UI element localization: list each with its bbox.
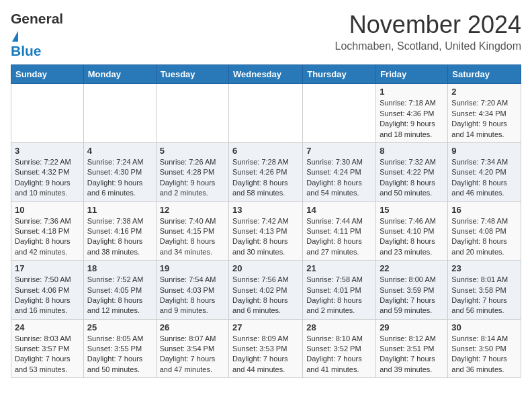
day-cell: 27Sunrise: 8:09 AM Sunset: 3:53 PM Dayli… — [229, 319, 303, 378]
day-info: Sunrise: 7:48 AM Sunset: 4:08 PM Dayligh… — [451, 216, 517, 258]
day-info: Sunrise: 8:03 AM Sunset: 3:57 PM Dayligh… — [15, 334, 80, 375]
day-cell: 16Sunrise: 7:48 AM Sunset: 4:08 PM Dayli… — [448, 201, 521, 261]
day-number: 4 — [87, 146, 152, 156]
day-info: Sunrise: 8:07 AM Sunset: 3:54 PM Dayligh… — [160, 334, 225, 375]
day-number: 26 — [160, 322, 225, 332]
day-cell: 29Sunrise: 8:12 AM Sunset: 3:51 PM Dayli… — [376, 319, 448, 378]
day-info: Sunrise: 7:56 AM Sunset: 4:02 PM Dayligh… — [232, 275, 299, 316]
weekday-header-sunday: Sunday — [11, 65, 84, 84]
day-cell: 26Sunrise: 8:07 AM Sunset: 3:54 PM Dayli… — [156, 319, 228, 378]
weekday-header-row: SundayMondayTuesdayWednesdayThursdayFrid… — [11, 65, 521, 84]
logo: General Blue — [11, 11, 71, 59]
day-number: 28 — [306, 322, 372, 332]
day-cell: 6Sunrise: 7:28 AM Sunset: 4:26 PM Daylig… — [229, 142, 303, 201]
day-info: Sunrise: 7:38 AM Sunset: 4:16 PM Dayligh… — [87, 216, 152, 258]
day-info: Sunrise: 7:50 AM Sunset: 4:06 PM Dayligh… — [15, 275, 80, 316]
day-number: 25 — [87, 322, 152, 332]
day-number: 1 — [380, 87, 444, 97]
day-cell: 21Sunrise: 7:58 AM Sunset: 4:01 PM Dayli… — [303, 261, 376, 320]
day-cell: 3Sunrise: 7:22 AM Sunset: 4:32 PM Daylig… — [11, 142, 84, 201]
weekday-header-tuesday: Tuesday — [156, 65, 228, 84]
day-info: Sunrise: 8:10 AM Sunset: 3:52 PM Dayligh… — [306, 334, 372, 375]
day-cell: 30Sunrise: 8:14 AM Sunset: 3:50 PM Dayli… — [448, 319, 521, 378]
day-cell: 14Sunrise: 7:44 AM Sunset: 4:11 PM Dayli… — [303, 201, 376, 261]
day-info: Sunrise: 7:28 AM Sunset: 4:26 PM Dayligh… — [232, 157, 299, 199]
day-number: 8 — [380, 146, 444, 156]
weekday-header-wednesday: Wednesday — [229, 65, 303, 84]
weekday-header-thursday: Thursday — [303, 65, 376, 84]
day-info: Sunrise: 7:34 AM Sunset: 4:20 PM Dayligh… — [451, 157, 517, 199]
day-info: Sunrise: 7:32 AM Sunset: 4:22 PM Dayligh… — [380, 157, 444, 199]
day-info: Sunrise: 7:20 AM Sunset: 4:34 PM Dayligh… — [451, 98, 517, 140]
day-cell: 22Sunrise: 8:00 AM Sunset: 3:59 PM Dayli… — [376, 261, 448, 320]
day-cell: 15Sunrise: 7:46 AM Sunset: 4:10 PM Dayli… — [376, 201, 448, 261]
page-header: General Blue November 2024 Lochmaben, Sc… — [11, 11, 521, 59]
day-info: Sunrise: 7:46 AM Sunset: 4:10 PM Dayligh… — [380, 216, 444, 258]
day-info: Sunrise: 8:12 AM Sunset: 3:51 PM Dayligh… — [380, 334, 444, 375]
day-info: Sunrise: 8:05 AM Sunset: 3:55 PM Dayligh… — [87, 334, 152, 375]
day-info: Sunrise: 7:44 AM Sunset: 4:11 PM Dayligh… — [306, 216, 372, 258]
week-row-1: 1Sunrise: 7:18 AM Sunset: 4:36 PM Daylig… — [11, 84, 521, 143]
day-info: Sunrise: 7:18 AM Sunset: 4:36 PM Dayligh… — [380, 98, 444, 140]
day-number: 14 — [306, 205, 372, 215]
day-number: 20 — [232, 263, 299, 273]
day-info: Sunrise: 7:24 AM Sunset: 4:30 PM Dayligh… — [87, 157, 152, 199]
day-cell — [83, 84, 156, 143]
day-cell: 19Sunrise: 7:54 AM Sunset: 4:03 PM Dayli… — [156, 261, 228, 320]
day-number: 29 — [380, 322, 444, 332]
day-number: 23 — [451, 263, 517, 273]
month-title: November 2024 — [335, 11, 521, 39]
day-number: 13 — [232, 205, 299, 215]
day-cell: 18Sunrise: 7:52 AM Sunset: 4:05 PM Dayli… — [83, 261, 156, 320]
day-number: 24 — [15, 322, 80, 332]
day-number: 16 — [451, 205, 517, 215]
title-block: November 2024 Lochmaben, Scotland, Unite… — [335, 11, 521, 52]
week-row-4: 17Sunrise: 7:50 AM Sunset: 4:06 PM Dayli… — [11, 261, 521, 320]
day-cell — [303, 84, 376, 143]
weekday-header-saturday: Saturday — [448, 65, 521, 84]
day-cell — [229, 84, 303, 143]
day-cell: 25Sunrise: 8:05 AM Sunset: 3:55 PM Dayli… — [83, 319, 156, 378]
day-cell: 24Sunrise: 8:03 AM Sunset: 3:57 PM Dayli… — [11, 319, 84, 378]
day-number: 27 — [232, 322, 299, 332]
day-cell: 20Sunrise: 7:56 AM Sunset: 4:02 PM Dayli… — [229, 261, 303, 320]
day-number: 11 — [87, 205, 152, 215]
day-number: 30 — [451, 322, 517, 332]
week-row-2: 3Sunrise: 7:22 AM Sunset: 4:32 PM Daylig… — [11, 142, 521, 201]
logo-line1: General — [11, 11, 71, 43]
day-cell: 5Sunrise: 7:26 AM Sunset: 4:28 PM Daylig… — [156, 142, 228, 201]
week-row-3: 10Sunrise: 7:36 AM Sunset: 4:18 PM Dayli… — [11, 201, 521, 261]
day-cell: 12Sunrise: 7:40 AM Sunset: 4:15 PM Dayli… — [156, 201, 228, 261]
day-cell: 13Sunrise: 7:42 AM Sunset: 4:13 PM Dayli… — [229, 201, 303, 261]
location-title: Lochmaben, Scotland, United Kingdom — [335, 40, 521, 52]
day-info: Sunrise: 8:14 AM Sunset: 3:50 PM Dayligh… — [451, 334, 517, 375]
day-cell: 9Sunrise: 7:34 AM Sunset: 4:20 PM Daylig… — [448, 142, 521, 201]
day-cell: 7Sunrise: 7:30 AM Sunset: 4:24 PM Daylig… — [303, 142, 376, 201]
week-row-5: 24Sunrise: 8:03 AM Sunset: 3:57 PM Dayli… — [11, 319, 521, 378]
day-number: 12 — [160, 205, 225, 215]
logo-line2: Blue — [11, 43, 71, 59]
day-cell: 23Sunrise: 8:01 AM Sunset: 3:58 PM Dayli… — [448, 261, 521, 320]
day-info: Sunrise: 8:01 AM Sunset: 3:58 PM Dayligh… — [451, 275, 517, 316]
day-number: 21 — [306, 263, 372, 273]
day-cell: 2Sunrise: 7:20 AM Sunset: 4:34 PM Daylig… — [448, 84, 521, 143]
day-info: Sunrise: 7:52 AM Sunset: 4:05 PM Dayligh… — [87, 275, 152, 316]
day-number: 18 — [87, 263, 152, 273]
day-info: Sunrise: 7:58 AM Sunset: 4:01 PM Dayligh… — [306, 275, 372, 316]
day-info: Sunrise: 7:26 AM Sunset: 4:28 PM Dayligh… — [160, 157, 225, 199]
day-info: Sunrise: 8:00 AM Sunset: 3:59 PM Dayligh… — [380, 275, 444, 316]
day-cell: 11Sunrise: 7:38 AM Sunset: 4:16 PM Dayli… — [83, 201, 156, 261]
day-number: 6 — [232, 146, 299, 156]
day-number: 10 — [15, 205, 80, 215]
day-cell — [156, 84, 228, 143]
calendar-table: SundayMondayTuesdayWednesdayThursdayFrid… — [11, 64, 521, 378]
day-info: Sunrise: 7:36 AM Sunset: 4:18 PM Dayligh… — [15, 216, 80, 258]
day-cell — [11, 84, 84, 143]
day-info: Sunrise: 8:09 AM Sunset: 3:53 PM Dayligh… — [232, 334, 299, 375]
day-info: Sunrise: 7:42 AM Sunset: 4:13 PM Dayligh… — [232, 216, 299, 258]
weekday-header-monday: Monday — [83, 65, 156, 84]
day-cell: 17Sunrise: 7:50 AM Sunset: 4:06 PM Dayli… — [11, 261, 84, 320]
day-info: Sunrise: 7:40 AM Sunset: 4:15 PM Dayligh… — [160, 216, 225, 258]
day-info: Sunrise: 7:22 AM Sunset: 4:32 PM Dayligh… — [15, 157, 80, 199]
day-number: 7 — [306, 146, 372, 156]
